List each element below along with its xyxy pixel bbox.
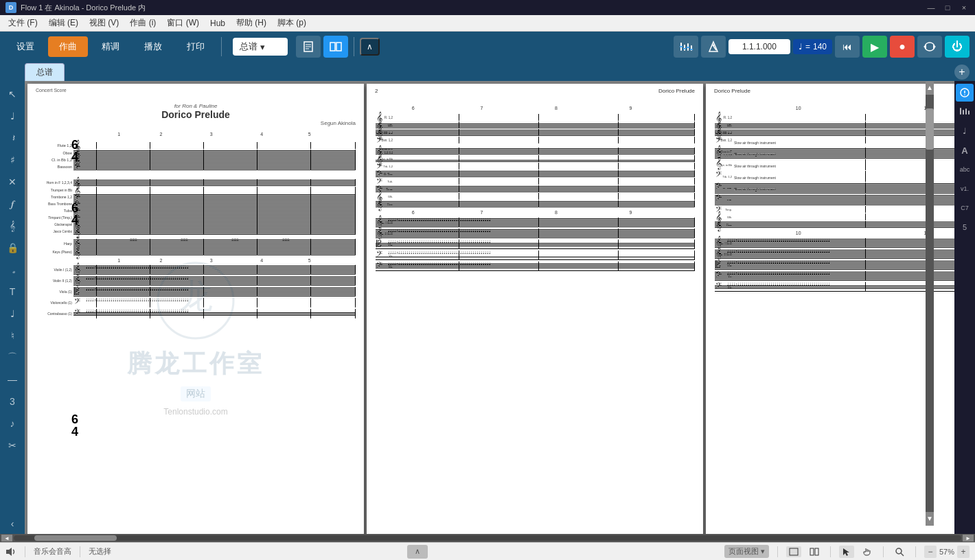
rp-v1-icon[interactable]: v1.: [956, 180, 974, 198]
p3-brass-section: Horn in F 1,2,3,4 𝄞 Slow air through ins…: [714, 148, 954, 228]
measure-numbers-row-2: 1 2 3 4 5: [76, 258, 356, 265]
tool-clef[interactable]: 𝄞: [2, 215, 23, 236]
svg-rect-30: [810, 548, 814, 555]
collapse-panels-button[interactable]: ∧: [360, 38, 380, 56]
tool-note[interactable]: ♩: [2, 106, 23, 126]
sb-cursor-mode[interactable]: [839, 546, 854, 558]
loop-button[interactable]: [917, 36, 942, 58]
p2-vln1-row: Vln. I (1,2) 𝄞: [375, 218, 695, 227]
tool-tuplet[interactable]: 3: [2, 391, 23, 412]
scroll-left-button[interactable]: ◄: [1, 535, 12, 541]
scroll-track-h[interactable]: [14, 535, 961, 541]
menu-help[interactable]: 帮助 (H): [231, 16, 272, 30]
sb-page-view[interactable]: 页面视图 ▾: [724, 545, 769, 558]
tool-tempo[interactable]: ♩: [2, 303, 23, 324]
multi-page-view-button[interactable]: [323, 36, 348, 58]
titlebar: D Flow 1 在 Akinola - Dorico Prelude 内 — …: [0, 0, 975, 15]
score-tab-full[interactable]: 总谱: [25, 63, 65, 81]
play-button[interactable]: ▶: [862, 36, 887, 58]
scroll-thumb-h[interactable]: [34, 535, 117, 541]
tab-engrave[interactable]: 精调: [91, 36, 130, 57]
tool-text[interactable]: T: [2, 281, 23, 302]
zoom-out-button[interactable]: −: [924, 546, 937, 558]
p2-cl-row: Cl. in Bb 1,2 𝄞: [375, 129, 695, 136]
p2-btrb-row: B. Tbn. 𝄢: [375, 170, 695, 177]
scroll-track-v[interactable]: [926, 95, 934, 512]
scroll-down-button[interactable]: ▼: [926, 512, 934, 526]
sb-view-parts[interactable]: [807, 546, 822, 557]
tab-compose[interactable]: 作曲: [48, 36, 88, 57]
close-button[interactable]: ×: [959, 2, 970, 13]
right-panel: ♩ A abc v1. C7 5: [954, 81, 975, 534]
tab-setup[interactable]: 设置: [5, 36, 45, 57]
sb-mode-item: 音乐会音高: [34, 546, 71, 557]
svg-rect-26: [965, 108, 967, 115]
tool-chord[interactable]: ♮: [2, 325, 23, 346]
tool-select[interactable]: ↖: [2, 84, 23, 104]
tab-print[interactable]: 打印: [176, 36, 216, 57]
harp-row: Harp 𝄞 ≡≡≡ ≡≡≡ ≡≡≡ ≡≡≡: [36, 239, 356, 248]
minimize-button[interactable]: —: [926, 2, 937, 13]
p3-wind-section: Fl. 1,2 𝄞 Ob. 𝄞: [714, 114, 954, 143]
clarinet-staff: 𝄞: [73, 156, 356, 163]
menu-hub[interactable]: Hub: [205, 17, 231, 30]
record-button[interactable]: ●: [890, 36, 915, 58]
rp-5-icon[interactable]: 5: [956, 218, 974, 236]
single-page-view-button[interactable]: [296, 36, 321, 58]
menu-compose[interactable]: 作曲 (i): [124, 16, 161, 30]
sb-selection: 无选择: [89, 546, 111, 557]
power-button[interactable]: ⏻: [945, 36, 970, 58]
svg-rect-4: [330, 43, 335, 51]
left-panel-toggle[interactable]: ‹: [2, 513, 23, 534]
scroll-right-button[interactable]: ►: [963, 535, 974, 541]
tool-dynamics[interactable]: 𝆑: [2, 194, 23, 214]
menu-script[interactable]: 脚本 (p): [272, 16, 312, 30]
tool-cross[interactable]: ✕: [2, 172, 23, 192]
tool-line[interactable]: —: [2, 369, 23, 390]
scroll-thumb-v[interactable]: [926, 108, 934, 150]
tool-scissors[interactable]: ✂: [2, 435, 23, 456]
rp-articulations-icon[interactable]: ♩: [956, 122, 974, 140]
rp-text-icon[interactable]: A: [956, 141, 974, 159]
p2-vla-row: Vla. 𝄡: [375, 240, 695, 249]
clarinet-row: Cl. in Bb 1,2 𝄞: [36, 156, 356, 163]
rp-c7-icon[interactable]: C7: [956, 199, 974, 217]
menu-window[interactable]: 窗口 (W): [161, 16, 205, 30]
maximize-button[interactable]: □: [942, 2, 953, 13]
skip-to-start-button[interactable]: ⏮: [835, 36, 860, 58]
mixer-button[interactable]: [674, 36, 698, 58]
flow-selector[interactable]: 总谱 ▾: [233, 38, 288, 56]
violin1-staff: 𝄞: [73, 265, 356, 275]
menu-edit[interactable]: 编辑 (E): [43, 16, 84, 30]
tool-lock[interactable]: 🔒: [2, 237, 23, 258]
metronome-button[interactable]: [701, 36, 726, 58]
trombone-label: Trombone 1,2: [36, 195, 73, 199]
tab-play[interactable]: 播放: [133, 36, 173, 57]
vertical-scrollbar[interactable]: ▲ ▼: [926, 81, 934, 526]
time-sig-strings: 6 4: [71, 413, 78, 438]
rp-properties-icon[interactable]: [956, 84, 974, 102]
p2-brass-section: Horn in F 1,2,3,4 𝄞 Tpt. in Bb 𝄞: [375, 148, 695, 207]
trombone-row: Trombone 1,2 𝄢: [36, 194, 356, 200]
tool-slur[interactable]: ⌒: [2, 347, 23, 368]
scroll-up-button[interactable]: ▲: [926, 81, 934, 95]
menu-file[interactable]: 文件 (F): [3, 16, 43, 30]
rp-mixer-icon[interactable]: [956, 103, 974, 121]
zoom-in-button[interactable]: +: [957, 546, 970, 558]
sb-collapse-button[interactable]: ∧: [407, 545, 428, 559]
viola-label: Viola (1): [36, 290, 73, 294]
tool-rest[interactable]: 𝄽: [2, 128, 23, 148]
flute-label: Flute 1,2: [36, 143, 73, 148]
tool-accidental[interactable]: ♯: [2, 150, 23, 170]
sb-view-score[interactable]: [786, 546, 801, 557]
menu-view[interactable]: 视图 (V): [84, 16, 124, 30]
rp-abc-icon[interactable]: abc: [956, 161, 974, 178]
add-flow-button[interactable]: +: [954, 65, 970, 80]
tool-voice[interactable]: ♪: [2, 413, 23, 434]
sb-search[interactable]: [892, 546, 907, 558]
sb-hand-mode[interactable]: [860, 546, 875, 558]
score-area[interactable]: Concert Score for Ron & Pauline Dorico P…: [25, 81, 954, 534]
horizontal-scrollbar[interactable]: ◄ ►: [0, 534, 975, 542]
cello-label: Violoncello (1): [36, 301, 73, 305]
tool-key[interactable]: 𝅗: [2, 259, 23, 280]
